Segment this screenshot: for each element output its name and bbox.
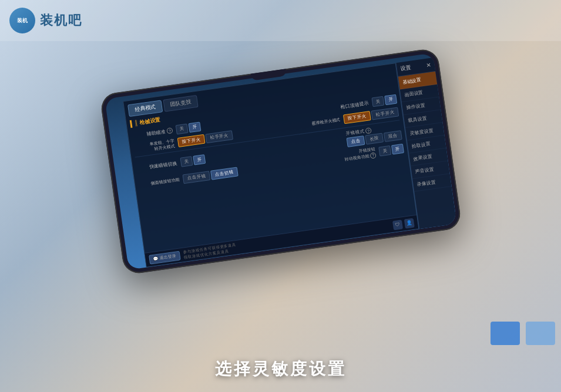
click-btn[interactable]: 点击 (346, 136, 365, 147)
rotate-off-btn[interactable]: 关 (378, 146, 391, 157)
single-press-fire-btn[interactable]: 按下开火 (177, 134, 205, 147)
person-icon[interactable]: 👤 (404, 218, 414, 228)
click-switch-scope-btn[interactable]: 点击切镜 (210, 167, 238, 180)
shield-icon[interactable]: 🛡 (392, 219, 402, 230)
topbar: 装机 装机吧 (0, 0, 561, 41)
shotgun-press-btn[interactable]: 按下开火 (342, 111, 371, 124)
blue-blocks (491, 322, 555, 345)
quick-scope-buttons: 关 开 (180, 154, 206, 167)
muzzle-wall-label: 枪口顶墙提示 (327, 100, 369, 112)
blue-block-2 (526, 322, 555, 345)
blue-block-1 (491, 322, 520, 345)
tab-classic[interactable]: 经典模式 (127, 100, 163, 117)
rotate-view-buttons: 关 开 (378, 144, 404, 157)
help-icon: ? (166, 127, 173, 134)
settings-main: 经典模式 团队竞技 ║ 枪械设置 辅助瞄准 ? 关 开 枪口顶墙提示 (123, 63, 419, 267)
caption-text: 选择灵敏度设置 (0, 358, 561, 380)
aim-off-btn[interactable]: 关 (175, 124, 188, 135)
aim-assist-buttons: 关 开 (175, 122, 201, 135)
quick-scope-off-btn[interactable]: 关 (180, 156, 193, 167)
logo-abbr: 装机 (17, 17, 28, 25)
bottom-icons: 🛡 👤 (392, 218, 414, 230)
shotgun-release-btn[interactable]: 松手开火 (371, 107, 399, 120)
rotate-help-icon: ? (369, 152, 376, 158)
aim-on-btn[interactable]: 开 (188, 122, 201, 133)
sidebar-title: 设置 (400, 64, 412, 73)
logo-icon: 装机 (9, 8, 35, 33)
logout-button[interactable]: 💬 退出登录 (148, 251, 180, 264)
logout-label: 退出登录 (159, 253, 176, 261)
rotate-view-label: 开镜按钮转动视角功能 ? (343, 147, 376, 163)
muzzle-off-btn[interactable]: 关 (371, 96, 384, 107)
muzzle-wall-buttons: 关 开 (371, 94, 397, 107)
open-scope-help-icon: ? (365, 127, 371, 134)
tab-team[interactable]: 团队竞技 (163, 95, 198, 112)
quick-scope-label: 快速瞄镜切换 (136, 160, 177, 172)
muzzle-on-btn[interactable]: 开 (384, 94, 397, 106)
single-release-fire-btn[interactable]: 松手开火 (205, 130, 233, 143)
long-press-btn[interactable]: 长按 (365, 133, 384, 145)
side-btn-buttons: 点击开镜 点击切镜 (182, 167, 238, 184)
side-btn-label: 侧面镜按钮功能 (138, 177, 180, 188)
logo-text: 装机吧 (40, 12, 82, 29)
shotgun-label: 霰弹枪开火模式 (299, 117, 341, 129)
mixed-btn[interactable]: 混合 (383, 130, 402, 142)
wechat-icon: 💬 (153, 256, 159, 261)
click-open-scope-btn[interactable]: 点击开镜 (182, 171, 210, 184)
aim-assist-label: 辅助瞄准 ? (131, 127, 173, 140)
close-button[interactable]: ✕ (425, 62, 431, 69)
rotate-on-btn[interactable]: 开 (391, 144, 404, 155)
quick-scope-on-btn[interactable]: 开 (193, 154, 206, 165)
